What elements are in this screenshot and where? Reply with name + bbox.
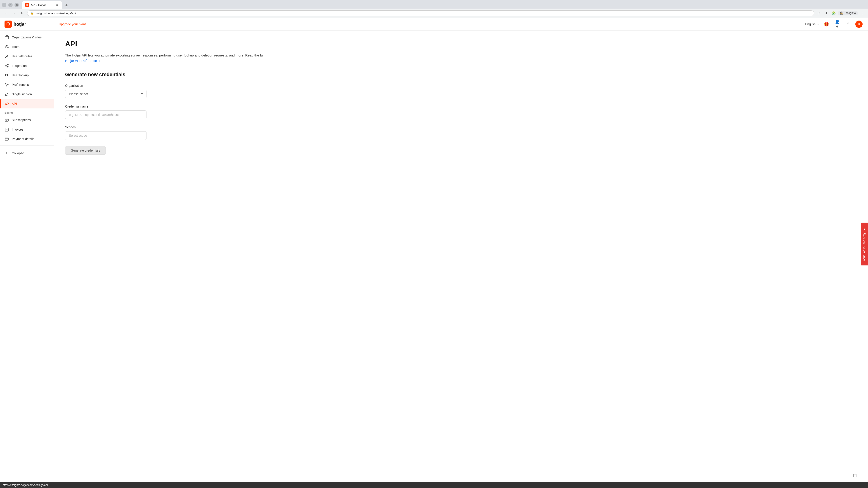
api-reference-text: Hotjar API Reference xyxy=(65,59,97,63)
organization-select-wrapper: Please select... ▼ xyxy=(65,90,147,98)
maximize-button[interactable]: □ xyxy=(8,3,13,7)
sidebar-nav: Organizations & sites Team xyxy=(0,31,54,145)
sidebar-item-preferences[interactable]: Preferences xyxy=(0,80,54,90)
payment-details-icon xyxy=(4,137,9,141)
tab-close-button[interactable]: ✕ xyxy=(55,3,59,7)
single-sign-on-icon xyxy=(4,92,9,96)
user-lookup-icon xyxy=(4,73,9,77)
back-button[interactable]: ← xyxy=(3,10,9,16)
sidebar-item-invoices[interactable]: Invoices xyxy=(0,125,54,134)
download-button[interactable]: ⬇ xyxy=(823,10,830,16)
extensions-button[interactable]: 🧩 xyxy=(831,10,837,16)
sidebar-item-subscriptions[interactable]: Subscriptions xyxy=(0,115,54,125)
upgrade-plans-link[interactable]: Upgrade your plans xyxy=(59,22,86,26)
status-url: https://insights.hotjar.com/settings/api xyxy=(3,484,48,487)
hotjar-logo-mark xyxy=(4,21,12,28)
sidebar-item-organizations-sites[interactable]: Organizations & sites xyxy=(0,33,54,42)
app-logo-area: hotjar xyxy=(0,18,54,31)
svg-point-7 xyxy=(7,66,8,67)
sidebar-item-team[interactable]: Team xyxy=(0,42,54,52)
sidebar-item-payment-details[interactable]: Payment details xyxy=(0,134,54,144)
sidebar-label-integrations: Integrations xyxy=(12,64,28,68)
link-icon-bottom[interactable] xyxy=(852,473,857,479)
sidebar-item-api[interactable]: API xyxy=(0,99,54,108)
svg-point-4 xyxy=(6,55,7,56)
api-icon xyxy=(4,101,9,106)
forward-button[interactable]: → xyxy=(11,10,17,16)
svg-rect-17 xyxy=(5,119,8,121)
tab-strip: H API - Hotjar ✕ + xyxy=(22,1,70,8)
svg-point-5 xyxy=(5,65,6,66)
credential-name-input[interactable] xyxy=(65,110,147,119)
address-bar[interactable]: 🔒 insights.hotjar.com/settings/api xyxy=(27,10,814,16)
collapse-button[interactable]: Collapse xyxy=(0,149,54,158)
minimize-button[interactable]: ─ xyxy=(2,3,6,7)
browser-toolbar: ← → ↻ 🔒 insights.hotjar.com/settings/api… xyxy=(0,8,868,18)
sidebar-scroll-area: Organizations & sites Team xyxy=(0,31,54,161)
sidebar-label-organizations-sites: Organizations & sites xyxy=(12,35,41,39)
page-title: API xyxy=(65,40,857,48)
svg-line-11 xyxy=(7,76,8,77)
sidebar-label-api: API xyxy=(12,102,17,105)
new-tab-button[interactable]: + xyxy=(63,2,70,8)
sidebar-item-integrations[interactable]: Integrations xyxy=(0,61,54,70)
organization-select[interactable]: Please select... xyxy=(65,90,147,98)
sidebar-item-user-lookup[interactable]: User lookup xyxy=(0,70,54,80)
url-text: insights.hotjar.com/settings/api xyxy=(36,11,811,15)
user-attributes-icon xyxy=(4,54,9,59)
sidebar-item-single-sign-on[interactable]: Single sign-on xyxy=(0,90,54,99)
tab-title: API - Hotjar xyxy=(31,3,46,7)
invoices-icon xyxy=(4,127,9,132)
toolbar-actions: ☆ ⬇ 🧩 🕵 Incognito ⋮ xyxy=(816,10,865,16)
sidebar-label-team: Team xyxy=(12,45,20,48)
sidebar-item-user-attributes[interactable]: User attributes xyxy=(0,52,54,61)
notifications-button[interactable]: 🎁 xyxy=(823,21,830,28)
svg-line-8 xyxy=(6,65,7,66)
svg-point-3 xyxy=(6,45,7,47)
hotjar-logo-text: hotjar xyxy=(13,22,26,27)
incognito-badge[interactable]: 🕵 Incognito xyxy=(838,11,858,15)
credential-name-form-group: Credential name xyxy=(65,105,147,119)
menu-button[interactable]: ⋮ xyxy=(859,10,865,16)
generate-credentials-button[interactable]: Generate credentials xyxy=(65,146,106,155)
scopes-label: Scopes xyxy=(65,125,147,129)
header-actions: English ▼ 🎁 👤+ ? U xyxy=(800,21,868,28)
status-bar: https://insights.hotjar.com/settings/api xyxy=(0,482,868,488)
main-content: API The Hotjar API lets you automate exp… xyxy=(54,31,868,488)
browser-chrome: ─ □ ✕ H API - Hotjar ✕ + ← → ↻ 🔒 insight… xyxy=(0,0,868,18)
organization-label: Organization xyxy=(65,84,147,88)
add-user-button[interactable]: 👤+ xyxy=(834,21,841,28)
bookmark-button[interactable]: ☆ xyxy=(816,10,822,16)
language-label: English xyxy=(805,22,815,26)
incognito-icon: 🕵 xyxy=(840,11,843,15)
lock-icon: 🔒 xyxy=(31,11,34,15)
sidebar-label-user-lookup: User lookup xyxy=(12,73,29,77)
svg-line-16 xyxy=(6,102,7,105)
svg-line-9 xyxy=(6,66,7,67)
sidebar-bottom: Collapse xyxy=(0,145,54,161)
subscriptions-icon xyxy=(4,118,9,122)
svg-rect-1 xyxy=(5,36,8,39)
language-selector[interactable]: English ▼ xyxy=(805,22,819,26)
rate-experience-tab[interactable]: ♥ Rate your experience xyxy=(861,223,868,265)
collapse-label: Collapse xyxy=(12,151,24,155)
active-tab[interactable]: H API - Hotjar ✕ xyxy=(22,1,62,8)
sidebar-label-payment-details: Payment details xyxy=(12,137,34,141)
upgrade-link-area: Upgrade your plans xyxy=(54,22,91,26)
preferences-icon xyxy=(4,83,9,87)
description-text: The Hotjar API lets you automate exporti… xyxy=(65,53,264,57)
chevron-down-icon: ▼ xyxy=(817,23,819,26)
reload-button[interactable]: ↻ xyxy=(19,10,25,16)
close-window-button[interactable]: ✕ xyxy=(14,3,19,7)
team-icon xyxy=(4,44,9,49)
section-title: Generate new credentials xyxy=(65,72,857,77)
integrations-icon xyxy=(4,64,9,68)
organizations-sites-icon xyxy=(4,35,9,39)
page-description: The Hotjar API lets you automate exporti… xyxy=(65,53,269,64)
browser-title-bar: ─ □ ✕ H API - Hotjar ✕ + xyxy=(0,0,868,8)
api-reference-link[interactable]: Hotjar API Reference ↗ xyxy=(65,59,101,63)
user-avatar[interactable]: U xyxy=(855,21,863,28)
scopes-input[interactable] xyxy=(65,131,147,140)
heart-icon: ♥ xyxy=(863,227,866,231)
help-button[interactable]: ? xyxy=(844,21,852,28)
